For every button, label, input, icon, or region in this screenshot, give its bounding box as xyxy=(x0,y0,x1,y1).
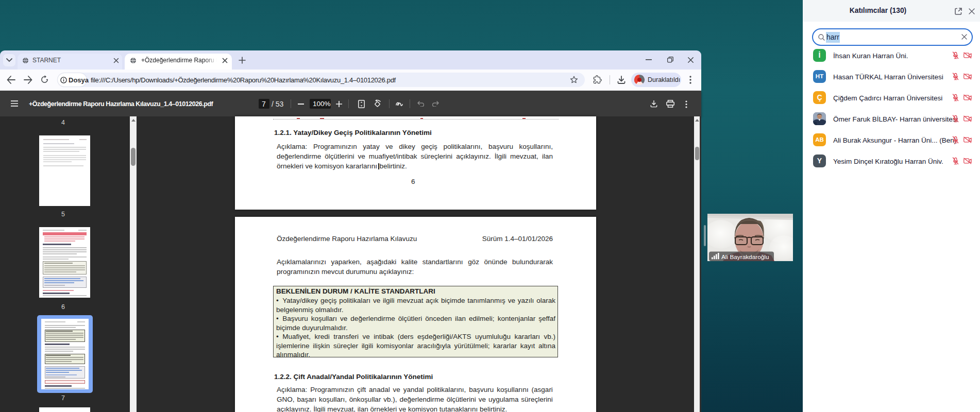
svg-text:Ali Bayrakdaroğlu: Ali Bayrakdaroğlu xyxy=(721,253,769,261)
